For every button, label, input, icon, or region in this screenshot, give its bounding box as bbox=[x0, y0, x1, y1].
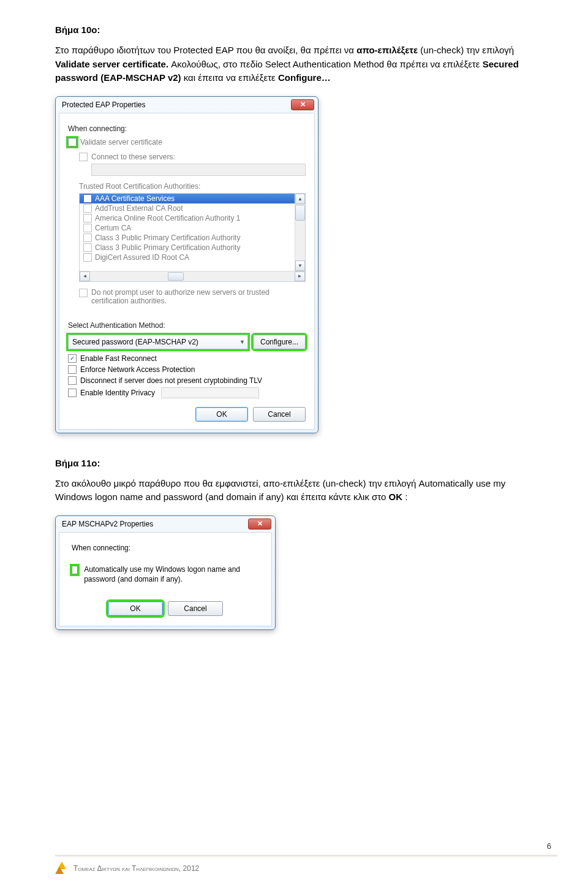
page-number: 6 bbox=[547, 841, 551, 851]
vertical-scrollbar[interactable]: ▲ ▼ bbox=[295, 194, 305, 271]
list-item[interactable]: America Online Root Certification Author… bbox=[80, 213, 305, 223]
nap-label: Enforce Network Access Protection bbox=[80, 365, 195, 374]
validate-server-checkbox[interactable] bbox=[68, 138, 77, 146]
ca-label: Certum CA bbox=[95, 224, 131, 232]
connect-servers-row: Connect to these servers: bbox=[79, 153, 306, 161]
auto-logon-row[interactable]: Automatically use my Windows logon name … bbox=[72, 564, 259, 584]
mschap-dialog: EAP MSCHAPv2 Properties ✕ When connectin… bbox=[55, 515, 276, 630]
dialog-titlebar: Protected EAP Properties ✕ bbox=[56, 97, 318, 113]
footer-text: Τομεας Δικτυων και Τηλεπικοινωνιων, 2012 bbox=[74, 864, 199, 873]
text: και έπειτα να επιλέξετε bbox=[184, 72, 278, 83]
list-item[interactable]: Class 3 Public Primary Certification Aut… bbox=[80, 233, 305, 243]
footer-logo-icon bbox=[55, 862, 69, 875]
scroll-thumb[interactable] bbox=[168, 272, 184, 281]
identity-privacy-input[interactable] bbox=[161, 387, 259, 398]
ca-checkbox[interactable] bbox=[83, 204, 92, 213]
text-bold: ΟΚ bbox=[389, 492, 403, 502]
scroll-down-button[interactable]: ▼ bbox=[295, 260, 305, 271]
connect-servers-checkbox[interactable] bbox=[79, 153, 88, 161]
ca-label: DigiCert Assured ID Root CA bbox=[95, 253, 189, 262]
step10-title: Βήμα 10o: bbox=[55, 25, 533, 35]
chevron-down-icon: ▼ bbox=[239, 339, 245, 345]
scroll-up-button[interactable]: ▲ bbox=[295, 194, 305, 204]
cancel-button[interactable]: Cancel bbox=[253, 407, 306, 422]
step10-body: Στο παράθυρο ιδιοτήτων του Protected EAP… bbox=[55, 44, 533, 85]
auth-method-dropdown[interactable]: Secured password (EAP-MSCHAP v2) ▼ bbox=[68, 335, 248, 349]
list-item[interactable]: AddTrust External CA Root bbox=[80, 203, 305, 213]
connect-servers-label: Connect to these servers: bbox=[91, 153, 175, 161]
validate-server-label: Validate server certificate bbox=[80, 138, 162, 146]
close-icon: ✕ bbox=[300, 101, 306, 108]
ok-button[interactable]: OK bbox=[108, 601, 163, 616]
dialog-titlebar: EAP MSCHAPv2 Properties ✕ bbox=[56, 516, 275, 532]
when-connecting-label: When connecting: bbox=[72, 544, 259, 552]
connect-servers-input[interactable] bbox=[91, 164, 306, 176]
auto-logon-label: Automatically use my Windows logon name … bbox=[84, 564, 259, 584]
cancel-button[interactable]: Cancel bbox=[168, 601, 223, 616]
list-item[interactable]: DigiCert Assured ID Root CA bbox=[80, 253, 305, 262]
list-item[interactable]: AAA Certificate Services bbox=[80, 194, 305, 203]
validate-server-row[interactable]: Validate server certificate bbox=[68, 138, 306, 146]
close-button[interactable]: ✕ bbox=[291, 99, 314, 110]
text: Στο ακόλουθο μικρό παράθυρο που θα εμφαν… bbox=[55, 478, 505, 503]
scroll-right-button[interactable]: ► bbox=[295, 272, 305, 281]
cryptobinding-checkbox[interactable] bbox=[68, 376, 77, 385]
text-bold: Validate server certificate. bbox=[55, 59, 168, 69]
ca-checkbox[interactable] bbox=[83, 224, 92, 232]
close-icon: ✕ bbox=[257, 520, 263, 528]
noprompt-label: Do not prompt user to authorize new serv… bbox=[91, 288, 293, 305]
step11-body: Στο ακόλουθο μικρό παράθυρο που θα εμφαν… bbox=[55, 477, 533, 504]
protected-eap-dialog: Protected EAP Properties ✕ When connecti… bbox=[55, 96, 318, 433]
list-item[interactable]: Certum CA bbox=[80, 223, 305, 233]
text-bold: Configure… bbox=[278, 72, 331, 83]
text: : bbox=[405, 492, 407, 502]
cryptobinding-label: Disconnect if server does not present cr… bbox=[80, 376, 262, 385]
dialog-title: EAP MSCHAPv2 Properties bbox=[62, 520, 153, 528]
page-footer: Τομεας Δικτυων και Τηλεπικοινωνιων, 2012 bbox=[55, 862, 199, 875]
ca-label: America Online Root Certification Author… bbox=[95, 214, 240, 222]
noprompt-checkbox[interactable] bbox=[79, 289, 88, 297]
ca-label: Class 3 Public Primary Certification Aut… bbox=[95, 243, 240, 252]
auth-method-value: Secured password (EAP-MSCHAP v2) bbox=[72, 338, 198, 346]
identity-privacy-row[interactable]: Enable Identity Privacy bbox=[68, 387, 306, 398]
ok-button[interactable]: OK bbox=[195, 407, 248, 422]
ca-checkbox[interactable] bbox=[83, 214, 92, 222]
text: Ακολούθως, στο πεδίο Select Authenticati… bbox=[171, 59, 482, 69]
select-method-label: Select Authentication Method: bbox=[68, 321, 306, 330]
identity-privacy-checkbox[interactable] bbox=[68, 389, 77, 397]
identity-privacy-label: Enable Identity Privacy bbox=[80, 389, 155, 397]
when-connecting-label: When connecting: bbox=[68, 124, 306, 133]
ca-label: Class 3 Public Primary Certification Aut… bbox=[95, 234, 240, 242]
list-item[interactable]: Class 3 Public Primary Certification Aut… bbox=[80, 243, 305, 253]
ca-listbox[interactable]: AAA Certificate Services AddTrust Extern… bbox=[80, 194, 305, 271]
cryptobinding-row[interactable]: Disconnect if server does not present cr… bbox=[68, 376, 306, 385]
text-bold: απο-επιλέξετε bbox=[356, 45, 418, 55]
nap-checkbox[interactable] bbox=[68, 365, 77, 374]
nap-row[interactable]: Enforce Network Access Protection bbox=[68, 365, 306, 374]
ca-checkbox[interactable] bbox=[83, 253, 92, 262]
ca-label: AAA Certificate Services bbox=[95, 194, 175, 203]
configure-button[interactable]: Configure... bbox=[253, 335, 306, 349]
trusted-root-label: Trusted Root Certification Authorities: bbox=[79, 182, 306, 191]
ca-checkbox[interactable] bbox=[83, 194, 92, 203]
scroll-left-button[interactable]: ◄ bbox=[80, 272, 90, 281]
fast-reconnect-row[interactable]: ✓ Enable Fast Reconnect bbox=[68, 354, 306, 363]
dialog-body: When connecting: Automatically use my Wi… bbox=[59, 532, 272, 626]
close-button[interactable]: ✕ bbox=[248, 518, 271, 530]
fast-reconnect-checkbox[interactable]: ✓ bbox=[68, 354, 77, 363]
ca-checkbox[interactable] bbox=[83, 234, 92, 242]
horizontal-scrollbar[interactable]: ◄ ► bbox=[80, 271, 305, 281]
dialog-title: Protected EAP Properties bbox=[62, 101, 146, 109]
dialog-body: When connecting: Validate server certifi… bbox=[59, 113, 315, 430]
footer-separator bbox=[55, 855, 557, 856]
scroll-thumb[interactable] bbox=[295, 205, 305, 221]
step11-title: Βήμα 11o: bbox=[55, 458, 533, 468]
ca-checkbox[interactable] bbox=[83, 243, 92, 252]
text: Στο παράθυρο ιδιοτήτων του Protected EAP… bbox=[55, 45, 356, 55]
text: (un-check) την επιλογή bbox=[420, 45, 514, 55]
footer-separator bbox=[55, 856, 557, 857]
fast-reconnect-label: Enable Fast Reconnect bbox=[80, 354, 157, 363]
auto-logon-checkbox[interactable] bbox=[72, 566, 78, 574]
ca-label: AddTrust External CA Root bbox=[95, 204, 183, 213]
